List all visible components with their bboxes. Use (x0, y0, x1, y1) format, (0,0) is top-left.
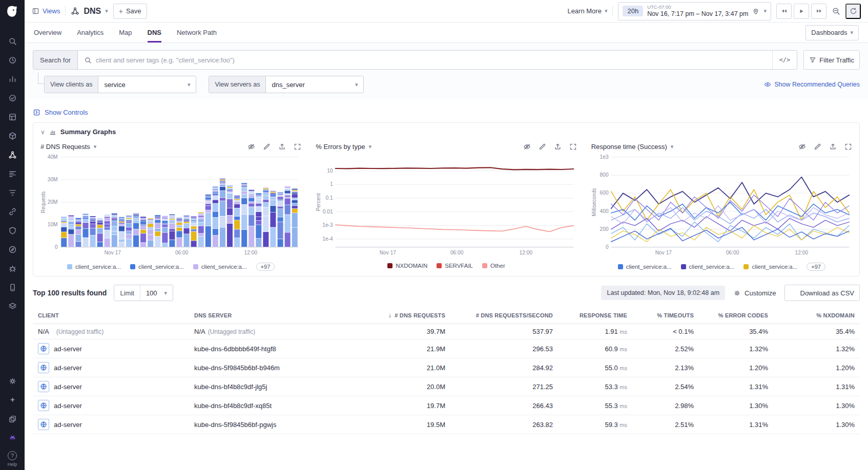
chart-title-dropdown-response-time-success[interactable]: Response time (Success) ▾ (591, 143, 674, 151)
tab-analytics[interactable]: Analytics (77, 23, 104, 42)
dns-server-name[interactable]: kube-dns-6dbbbb649f-htgf8 (194, 345, 276, 353)
sidebar-item-organizations[interactable] (6, 413, 19, 425)
edit-icon[interactable] (263, 143, 271, 151)
column-header[interactable]: % TIMEOUTS (632, 307, 699, 324)
client-name[interactable]: N/A (38, 328, 49, 335)
limit-select[interactable]: Limit 100 ▾ (114, 285, 173, 301)
sidebar-item-infrastructure[interactable] (6, 130, 19, 142)
sort-desc-icon[interactable]: ↓ (388, 312, 391, 319)
sidebar-item-integrations[interactable] (6, 300, 19, 312)
column-header[interactable]: % ERROR CODES (699, 307, 773, 324)
dns-server-name[interactable]: kube-dns-5f9845b6bf-pgwjs (194, 421, 276, 429)
sidebar-item-processes[interactable] (6, 167, 19, 180)
legend-item[interactable]: client_service:a... (743, 264, 797, 270)
legend-item[interactable]: client_service:a... (130, 264, 184, 270)
client-name[interactable]: ad-server (54, 345, 82, 353)
column-header[interactable]: # DNS REQUESTS/SECOND (450, 307, 558, 324)
table-row[interactable]: N/A(Untagged traffic) N/A(Untagged traff… (33, 324, 860, 339)
download-csv-button[interactable]: Download as CSV (784, 285, 860, 301)
pin-icon[interactable] (752, 8, 759, 15)
hide-icon[interactable] (523, 143, 531, 151)
errors-by-type-plot[interactable]: 1010.10.011e-31e-4PercentNov 1706:0012:0… (316, 153, 576, 260)
tab-map[interactable]: Map (119, 23, 132, 42)
dns-requests-plot[interactable]: 010M20M30M40MRequestsNov 1706:0012:00 (40, 153, 301, 260)
table-row[interactable]: ad-server kube-dns-bf4b8c9df-jlg5j 20.0M… (33, 377, 860, 396)
client-name[interactable]: ad-server (54, 421, 82, 429)
save-button[interactable]: + Save (113, 4, 147, 19)
edit-icon[interactable] (814, 143, 821, 151)
sidebar-item-error-tracking[interactable] (6, 262, 19, 274)
fullscreen-icon[interactable] (294, 143, 301, 151)
refresh-button[interactable] (845, 4, 861, 19)
dns-server-name[interactable]: kube-dns-bf4b8c9df-xq85t (194, 402, 272, 410)
export-icon[interactable] (554, 143, 562, 151)
dns-server-name[interactable]: N/A (194, 328, 205, 335)
datadog-logo[interactable] (5, 4, 20, 19)
client-name[interactable]: ad-server (54, 402, 82, 410)
column-header[interactable]: ↓ # DNS REQUESTS (358, 307, 450, 324)
zoom-out-icon[interactable] (832, 7, 840, 15)
client-name[interactable]: ad-server (54, 364, 82, 372)
column-header[interactable]: RESPONSE TIME (558, 307, 632, 324)
hide-icon[interactable] (247, 143, 255, 151)
dns-server-name[interactable]: kube-dns-bf4b8c9df-jlg5j (194, 383, 267, 391)
legend-more-chip[interactable]: +97 (807, 263, 825, 271)
sidebar-item-service-catalog[interactable] (6, 111, 19, 123)
sidebar-item-network[interactable] (6, 148, 19, 161)
legend-more-chip[interactable]: +97 (256, 263, 275, 271)
customize-button[interactable]: Customize (733, 289, 776, 297)
column-header[interactable]: % NXDOMAIN (773, 307, 860, 324)
show-controls-link[interactable]: Show Controls (33, 109, 88, 116)
sidebar-item-traces[interactable] (6, 186, 19, 199)
tab-network-path[interactable]: Network Path (177, 23, 217, 42)
time-range-picker[interactable]: 20h UTC-07:00 Nov 16, 7:17 pm – Nov 17, … (618, 2, 771, 20)
fast-forward-button[interactable] (811, 4, 826, 19)
table-row[interactable]: ad-server kube-dns-6dbbbb649f-htgf8 21.9… (33, 339, 860, 358)
sidebar-item-service-map[interactable] (6, 205, 19, 218)
legend-item[interactable]: client_service:a... (618, 264, 672, 270)
view-clients-as-select[interactable]: View clients as service ▾ (44, 76, 196, 93)
learn-more-dropdown[interactable]: Learn More ▾ (567, 7, 607, 15)
sidebar-item-watchdog[interactable] (6, 54, 19, 66)
hide-icon[interactable] (798, 143, 806, 151)
dashboards-dropdown[interactable]: Dashboards ▾ (805, 25, 859, 40)
sidebar-item-metrics[interactable] (6, 73, 19, 85)
summary-graphs-toggle[interactable]: ∨ Summary Graphs (40, 128, 852, 136)
table-row[interactable]: ad-server kube-dns-bf4b8c9df-xq85t 19.7M… (33, 396, 860, 415)
views-button[interactable]: Views (32, 7, 60, 15)
tab-overview[interactable]: Overview (34, 23, 61, 42)
edit-icon[interactable] (539, 143, 546, 151)
sidebar-item-security[interactable] (6, 224, 19, 237)
chart-title-dropdown-dns-requests[interactable]: # DNS Requests ▾ (40, 143, 96, 151)
legend-item[interactable]: client_service:a... (681, 264, 735, 270)
sidebar-item-monitors[interactable] (6, 92, 19, 104)
help-icon[interactable]: ? (8, 451, 17, 460)
sidebar-item-synthetics[interactable] (6, 243, 19, 255)
legend-item[interactable]: client_service:a... (193, 264, 247, 270)
table-row[interactable]: ad-server kube-dns-5f9845b6bf-b946m 21.0… (33, 358, 860, 377)
table-row[interactable]: ad-server kube-dns-5f9845b6bf-pgwjs 19.5… (33, 415, 860, 434)
sidebar-item-assistant[interactable] (6, 394, 19, 406)
fullscreen-icon[interactable] (569, 143, 577, 151)
code-view-button[interactable]: </> (772, 51, 797, 69)
legend-item[interactable]: Other (482, 263, 505, 269)
search-input[interactable] (96, 56, 766, 64)
client-name[interactable]: ad-server (54, 383, 82, 391)
export-icon[interactable] (829, 143, 837, 151)
legend-item[interactable]: SERVFAIL (437, 263, 473, 269)
tab-dns[interactable]: DNS (148, 23, 161, 42)
sidebar-item-datadog-extras[interactable] (6, 432, 19, 444)
view-servers-as-select[interactable]: View servers as dns_server ▾ (209, 76, 364, 93)
legend-item[interactable]: client_service:a... (67, 264, 121, 270)
export-icon[interactable] (278, 143, 286, 151)
column-header[interactable]: CLIENT (33, 307, 189, 324)
sidebar-item-settings[interactable] (6, 375, 19, 387)
filter-traffic-button[interactable]: Filter Traffic (803, 50, 860, 70)
play-button[interactable] (794, 4, 809, 19)
chart-title-dropdown-errors-by-type[interactable]: % Errors by type ▾ (316, 143, 371, 151)
rewind-button[interactable] (776, 4, 792, 19)
sidebar-item-rum[interactable] (6, 281, 19, 293)
dns-server-name[interactable]: kube-dns-5f9845b6bf-b946m (194, 364, 280, 372)
page-title-dropdown[interactable]: DNS ▾ (71, 7, 108, 16)
column-header[interactable]: DNS SERVER (189, 307, 358, 324)
